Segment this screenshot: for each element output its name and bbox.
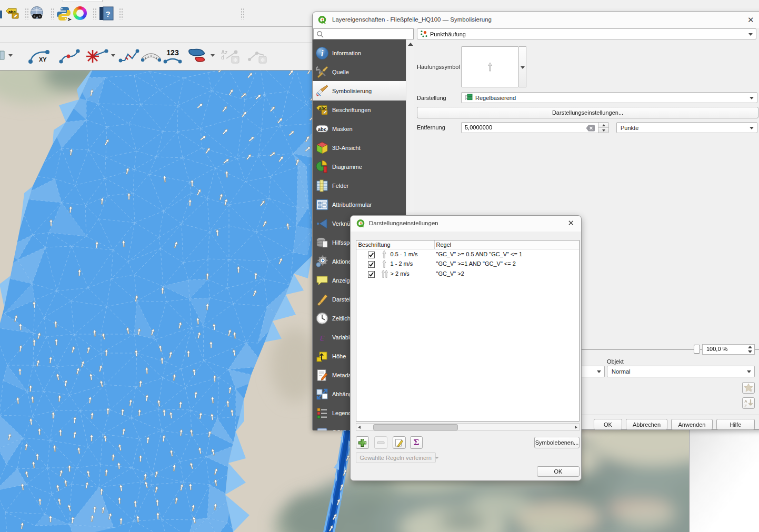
svg-text:❄: ❄ bbox=[233, 57, 237, 63]
svg-text:r: r bbox=[751, 388, 753, 392]
svg-text:i: i bbox=[321, 48, 324, 58]
svg-text:?: ? bbox=[105, 9, 110, 18]
svg-text:Z: Z bbox=[744, 404, 747, 408]
svg-text:d: d bbox=[221, 55, 224, 61]
svg-text:123: 123 bbox=[166, 48, 179, 57]
svg-text:❄: ❄ bbox=[260, 57, 265, 63]
svg-text:A: A bbox=[744, 399, 747, 404]
svg-text:ε: ε bbox=[320, 330, 325, 344]
svg-text:XY: XY bbox=[39, 56, 47, 63]
svg-text:abc: abc bbox=[318, 126, 326, 132]
